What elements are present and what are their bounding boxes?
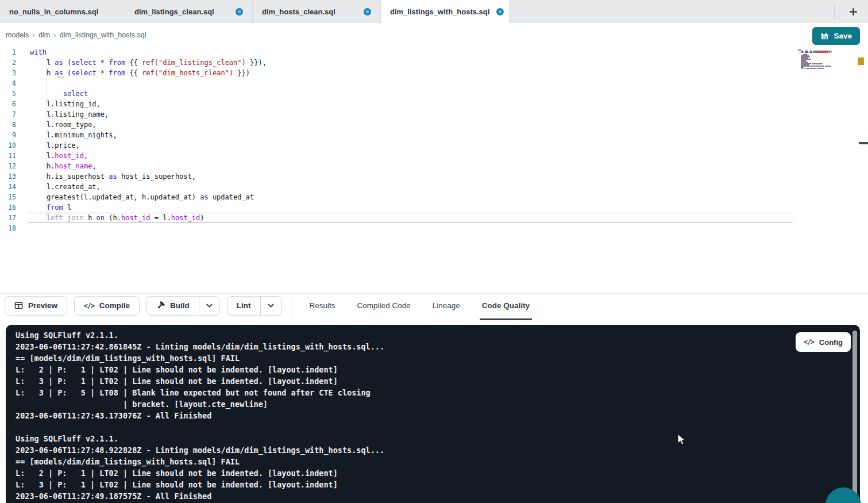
lint-button[interactable]: Lint [227,296,281,316]
line-number: 16 [0,202,16,213]
line-number: 7 [0,109,16,120]
compile-button[interactable]: </>Compile [74,296,140,316]
build-menu-button[interactable] [199,297,219,315]
terminal-line: Using SQLFluff v2.1.1. [16,433,384,444]
code-token: host_name [55,162,92,170]
plus-icon [848,7,858,17]
code-line[interactable]: 9 l.minimum_nights, [0,130,798,140]
code-line[interactable]: 13 h.is_superhost as host_is_superhost, [0,171,798,182]
panel-tab-results[interactable]: Results [310,294,335,318]
code-line[interactable]: 5 select [0,89,798,99]
code-token: ( [63,59,71,67]
file-tab[interactable]: dim_listings_with_hosts.sql [381,0,510,23]
breadcrumb-item[interactable]: models [6,31,29,39]
code-token: l [30,59,55,67]
line-number: 9 [0,130,16,140]
terminal-line: 2023-06-06T11:27:49.187575Z - All Finish… [16,490,384,502]
code-token: l.room_type, [30,121,97,129]
terminal-scrollbar[interactable] [852,331,857,496]
line-number: 18 [0,223,16,233]
code-line[interactable]: 14 l.created_at, [0,182,798,192]
code-token: l.listing_id, [30,100,101,108]
code-token: }}) [233,69,250,77]
code-token: , [92,162,96,170]
button-label: Build [170,301,190,310]
terminal-line: == [models/dim/dim_listings_with_hosts.s… [16,352,384,364]
code-line[interactable]: 11 l.host_id, [0,151,798,161]
code-line[interactable]: 15 greatest(l.updated_at, h.updated_at) … [0,192,798,202]
panel-tab-compiled-code[interactable]: Compiled Code [357,294,411,318]
code-line[interactable]: 16 from l [0,202,798,213]
lint-output-terminal[interactable]: Using SQLFluff v2.1.1.2023-06-06T11:27:4… [6,325,860,503]
lint-menu-button[interactable] [260,297,281,315]
code-token: select [63,90,88,98]
code-line[interactable]: 2 l as (select * from {{ ref("dim_listin… [0,57,798,68]
build-button[interactable]: Build [146,296,220,316]
file-tab-bar: no_nulls_in_columns.sqldim_listings_clea… [0,0,868,23]
code-token: h. [30,162,55,170]
breadcrumb-item[interactable]: dim [38,31,50,39]
code-token [97,59,101,67]
code-token: updated_at [209,193,254,201]
save-button[interactable]: Save [812,27,860,45]
code-line[interactable]: 18 [0,223,798,233]
code-token: h.is_superhost [30,172,109,181]
panel-tab-lineage[interactable]: Lineage [433,294,460,318]
code-line[interactable]: 10 l.price, [0,140,798,151]
code-token: l.minimum_nights, [30,131,117,139]
code-line[interactable]: 3 h as (select * from {{ ref("dim_hosts_… [0,68,798,78]
minimap[interactable] [798,49,832,70]
code-line[interactable]: 7 l.listing_name, [0,109,798,120]
chevron-down-icon [267,301,275,310]
code-token: l. [30,152,55,160]
new-tab-button[interactable] [845,3,861,20]
sql-editor[interactable]: 1with2 l as (select * from {{ ref("dim_l… [0,47,868,293]
file-tab[interactable]: no_nulls_in_columns.sql [0,0,125,23]
file-tab[interactable]: dim_listings_clean.sql [125,0,253,23]
line-number: 6 [0,99,16,109]
terminal-line: L: 3 | P: 5 | LT08 | Blank line expected… [16,387,384,398]
code-line[interactable]: 4 [0,78,798,89]
code-token [97,69,101,77]
action-toolbar: Preview</>CompileBuildLint ResultsCompil… [0,293,868,317]
terminal-line: 2023-06-06T11:27:48.922828Z - Linting mo… [16,444,384,456]
floppy-disk-icon [820,32,829,40]
terminal-line: L: 2 | P: 1 | LT02 | Line should not be … [16,364,384,375]
lint-warning-squiggle [57,76,66,78]
code-token: l.price, [30,141,80,149]
tab-bar-divider [834,4,835,19]
code-token: from [109,69,125,77]
code-line[interactable]: 8 l.room_type, [0,120,798,130]
code-token: ref("dim_hosts_clean") [142,69,233,77]
config-button-label: Config [819,338,843,347]
line-number: 4 [0,78,16,89]
panel-tab-code-quality[interactable]: Code Quality [482,294,530,318]
overview-ruler-warning-marker [858,57,864,65]
file-tab-label: dim_listings_with_hosts.sql [390,7,489,16]
code-line[interactable]: 6 l.listing_id, [0,99,798,109]
action-buttons: Preview</>CompileBuildLint [0,296,281,316]
code-icon: </> [804,338,814,346]
breadcrumb-item[interactable]: dim_listings_with_hosts.sql [60,31,146,39]
terminal-line: L: 2 | P: 1 | LT02 | Line should not be … [16,467,384,479]
line-number: 8 [0,120,16,130]
config-button[interactable]: </> Config [796,332,851,352]
line-number: 3 [0,68,16,78]
breadcrumb-separator-icon: › [53,30,56,40]
code-token: h [30,69,55,77]
file-tab[interactable]: dim_hosts_clean.sql [253,0,381,23]
code-token: from [109,59,125,67]
terminal-output: Using SQLFluff v2.1.1.2023-06-06T11:27:4… [16,329,384,502]
code-line[interactable]: 1with [0,47,798,57]
code-token: with [30,48,47,56]
minimap-line [798,69,832,70]
code-token: host_id [55,152,84,160]
terminal-line: Using SQLFluff v2.1.1. [16,329,384,341]
code-token: as [200,193,208,201]
code-token [30,90,63,98]
code-line[interactable]: 12 h.host_name, [0,161,798,171]
terminal-line: L: 3 | P: 1 | LT02 | Line should not be … [16,479,384,490]
line-number: 17 [0,213,16,223]
terminal-line: 2023-06-06T11:27:42.861845Z - Linting mo… [16,341,384,352]
preview-button[interactable]: Preview [5,296,67,316]
